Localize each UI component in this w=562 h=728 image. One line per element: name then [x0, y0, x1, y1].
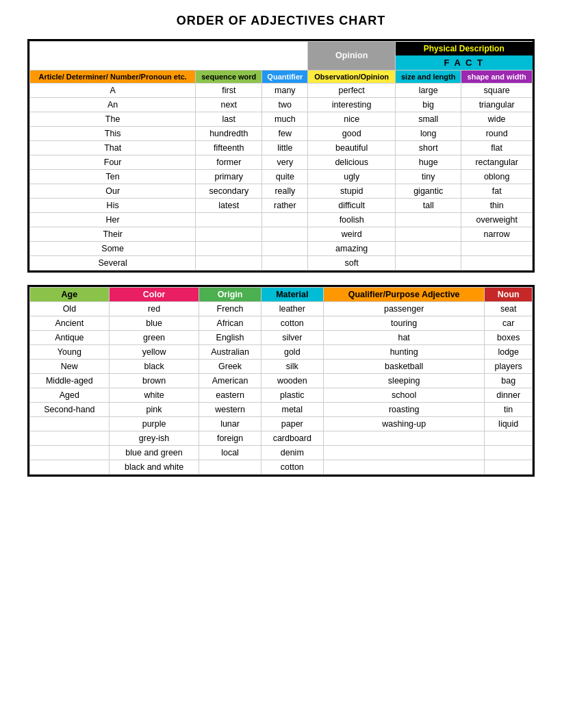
chart1-cell-sequence-5: former	[196, 155, 262, 169]
chart1-cell-observation-12: soft	[308, 255, 396, 270]
table-row: Thelastmuchnicesmallwide	[30, 112, 533, 126]
chart1-cell-sequence-12	[196, 255, 262, 270]
chart2-cell-color-11: black and white	[109, 460, 199, 474]
chart1-cell-article-9: Her	[30, 212, 196, 227]
chart1-cell-size-11	[396, 241, 461, 255]
chart2-cell-origin-9: foreign	[199, 431, 261, 445]
chart2-cell-qualifier-6: school	[323, 388, 485, 402]
chart2-cell-age-0: Old	[30, 301, 110, 316]
chart1-cell-article-10: Their	[30, 227, 196, 241]
chart1-cell-observation-11: amazing	[308, 241, 396, 255]
chart1-cell-shape-8: thin	[461, 198, 533, 212]
table-row: Severalsoft	[30, 255, 533, 270]
chart1-cell-shape-2: wide	[461, 112, 533, 126]
chart1-cell-article-1: An	[30, 97, 196, 112]
chart2-table: Age Color Origin Material Qualifier/Purp…	[29, 287, 533, 475]
chart2-cell-noun-3: lodge	[485, 344, 533, 359]
chart1-cell-quantifier-12	[262, 255, 308, 270]
col-shape-header: shape and width	[461, 70, 533, 83]
chart2-cell-age-3: Young	[30, 344, 110, 359]
chart1-cell-size-10	[396, 227, 461, 241]
chart1-cell-quantifier-1: two	[262, 97, 308, 112]
table-row: Theirweirdnarrow	[30, 227, 533, 241]
chart2-cell-material-11: cotton	[261, 460, 323, 474]
chart1-cell-observation-6: ugly	[308, 169, 396, 184]
table-row: blue and greenlocaldenim	[30, 445, 533, 460]
table-row: OldredFrenchleatherpassengerseat	[30, 301, 533, 316]
chart1-cell-sequence-3: hundredth	[196, 126, 262, 140]
chart2-cell-qualifier-7: roasting	[323, 402, 485, 416]
chart2-cell-age-6: Aged	[30, 388, 110, 402]
chart2-cell-origin-4: Greek	[199, 359, 261, 373]
chart2-cell-color-0: red	[109, 301, 199, 316]
chart2-cell-noun-7: tin	[485, 402, 533, 416]
chart2-cell-color-10: blue and green	[109, 445, 199, 460]
chart1-cell-sequence-6: primary	[196, 169, 262, 184]
chart1-cell-observation-0: perfect	[308, 83, 396, 97]
chart1-cell-size-1: big	[396, 97, 461, 112]
chart1-cell-quantifier-2: much	[262, 112, 308, 126]
chart1-cell-quantifier-5: very	[262, 155, 308, 169]
chart2-cell-qualifier-9	[323, 431, 485, 445]
chart2-cell-material-7: metal	[261, 402, 323, 416]
chart2-cell-noun-1: car	[485, 316, 533, 330]
chart2-cell-origin-8: lunar	[199, 416, 261, 431]
chart1-cell-sequence-2: last	[196, 112, 262, 126]
chart2-cell-noun-0: seat	[485, 301, 533, 316]
chart2-cell-qualifier-4: basketball	[323, 359, 485, 373]
chart2-cell-color-5: brown	[109, 373, 199, 388]
col-noun-header: Noun	[485, 287, 533, 301]
chart2-cell-qualifier-0: passenger	[323, 301, 485, 316]
chart1-cell-shape-12	[461, 255, 533, 270]
chart1-cell-article-11: Some	[30, 241, 196, 255]
chart1-cell-observation-4: beautiful	[308, 140, 396, 155]
chart1-cell-shape-9: overweight	[461, 212, 533, 227]
chart1-cell-sequence-9	[196, 212, 262, 227]
col-age-header: Age	[30, 287, 110, 301]
chart1-cell-sequence-10	[196, 227, 262, 241]
page-title: ORDER OF ADJECTIVES CHART	[27, 14, 535, 28]
col-article-header: Article/ Determiner/ Number/Pronoun etc.	[30, 70, 196, 83]
chart1-cell-shape-10: narrow	[461, 227, 533, 241]
chart1-cell-observation-1: interesting	[308, 97, 396, 112]
chart1-cell-size-0: large	[396, 83, 461, 97]
table-row: Tenprimaryquiteuglytinyoblong	[30, 169, 533, 184]
table-row: Someamazing	[30, 241, 533, 255]
chart1-cell-size-6: tiny	[396, 169, 461, 184]
chart2-cell-color-9: grey-ish	[109, 431, 199, 445]
chart1-cell-size-8: tall	[396, 198, 461, 212]
chart1-cell-article-12: Several	[30, 255, 196, 270]
chart2-cell-color-7: pink	[109, 402, 199, 416]
chart1-cell-quantifier-7: really	[262, 184, 308, 198]
chart1-cell-size-2: small	[396, 112, 461, 126]
chart2-cell-age-7: Second-hand	[30, 402, 110, 416]
chart2-cell-material-8: paper	[261, 416, 323, 431]
table-row: Middle-agedbrownAmericanwoodensleepingba…	[30, 373, 533, 388]
chart2-cell-age-5: Middle-aged	[30, 373, 110, 388]
chart2-cell-material-5: wooden	[261, 373, 323, 388]
chart2-cell-qualifier-10	[323, 445, 485, 460]
table-row: Thishundredthfewgoodlonground	[30, 126, 533, 140]
chart1-cell-size-7: gigantic	[396, 184, 461, 198]
chart2-cell-noun-6: dinner	[485, 388, 533, 402]
chart2-cell-material-6: plastic	[261, 388, 323, 402]
chart2-cell-material-0: leather	[261, 301, 323, 316]
chart2-cell-qualifier-5: sleeping	[323, 373, 485, 388]
chart1-cell-sequence-0: first	[196, 83, 262, 97]
col-sequence-header: sequence word	[196, 70, 262, 83]
table-row: AntiquegreenEnglishsilverhatboxes	[30, 330, 533, 344]
chart2-cell-color-2: green	[109, 330, 199, 344]
table-row: Herfoolishoverweight	[30, 212, 533, 227]
table-row: grey-ishforeigncardboard	[30, 431, 533, 445]
table-row: NewblackGreeksilkbasketballplayers	[30, 359, 533, 373]
table-row: YoungyellowAustraliangoldhuntinglodge	[30, 344, 533, 359]
chart2-cell-origin-6: eastern	[199, 388, 261, 402]
chart1-cell-shape-7: fat	[461, 184, 533, 198]
chart1-cell-observation-10: weird	[308, 227, 396, 241]
table-row: Afirstmanyperfectlargesquare	[30, 83, 533, 97]
chart1-cell-observation-7: stupid	[308, 184, 396, 198]
table-row: Oursecondaryreallystupidgiganticfat	[30, 184, 533, 198]
chart2-cell-noun-10	[485, 445, 533, 460]
chart1-cell-size-12	[396, 255, 461, 270]
chart2-cell-age-9	[30, 431, 110, 445]
